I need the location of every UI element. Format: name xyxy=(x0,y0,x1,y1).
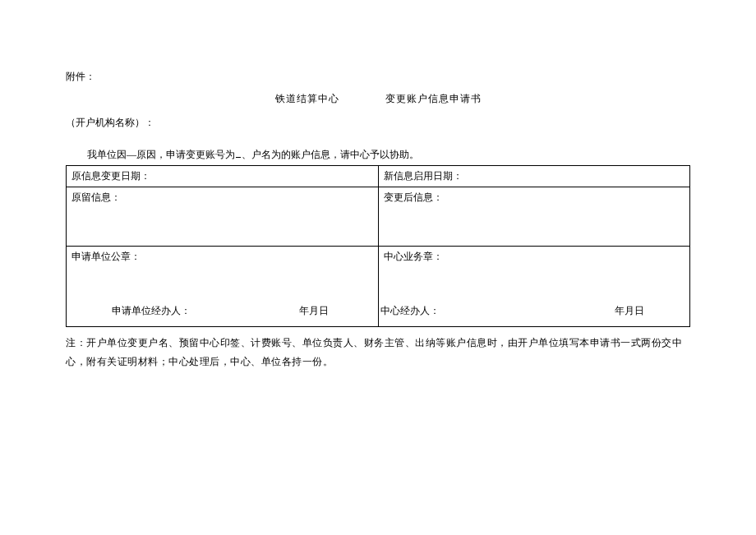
center-seal-label: 中心业务章： xyxy=(384,251,443,262)
table-row-info: 原留信息： 变更后信息： xyxy=(67,187,690,247)
blank-underline xyxy=(236,149,241,158)
declaration-prefix: 我单位因—原因，申请变更账号为 xyxy=(87,149,235,160)
table-row-seals: 申请单位公章： 申请单位经办人： 年月日 中心业务章： 中心经办人： 年月日 xyxy=(67,247,690,327)
center-date-label: 年月日 xyxy=(615,304,644,318)
org-name-label: （开户机构名称）： xyxy=(66,116,690,130)
application-table: 原信息变更日期： 新信息启用日期： 原留信息： 变更后信息： 申请单位公章： 申… xyxy=(66,165,690,327)
title-part2: 变更账户信息申请书 xyxy=(385,92,482,106)
cell-original-change-date: 原信息变更日期： xyxy=(67,166,379,187)
declaration-line: 我单位因—原因，申请变更账号为、户名为的账户信息，请中心予以协助。 xyxy=(87,148,690,162)
attachment-label: 附件： xyxy=(66,70,690,84)
document-title: 铁道结算中心 变更账户信息申请书 xyxy=(66,92,690,106)
center-handler-label: 中心经办人： xyxy=(380,304,440,318)
title-part1: 铁道结算中心 xyxy=(275,92,339,106)
footnote: 注：开户单位变更户名、预留中心印签、计费账号、单位负责人、财务主管、出纳等账户信… xyxy=(66,334,690,371)
cell-changed-info: 变更后信息： xyxy=(378,187,690,247)
table-row-dates: 原信息变更日期： 新信息启用日期： xyxy=(67,166,690,187)
applicant-seal-label: 申请单位公章： xyxy=(71,251,141,262)
cell-applicant-seal: 申请单位公章： 申请单位经办人： 年月日 xyxy=(67,247,379,327)
cell-original-info: 原留信息： xyxy=(67,187,379,247)
cell-new-effective-date: 新信息启用日期： xyxy=(378,166,690,187)
declaration-suffix: 、户名为的账户信息，请中心予以协助。 xyxy=(242,149,419,160)
cell-center-seal: 中心业务章： 中心经办人： 年月日 xyxy=(378,247,690,327)
applicant-handler-label: 申请单位经办人： xyxy=(112,304,191,318)
applicant-date-label: 年月日 xyxy=(299,304,329,318)
